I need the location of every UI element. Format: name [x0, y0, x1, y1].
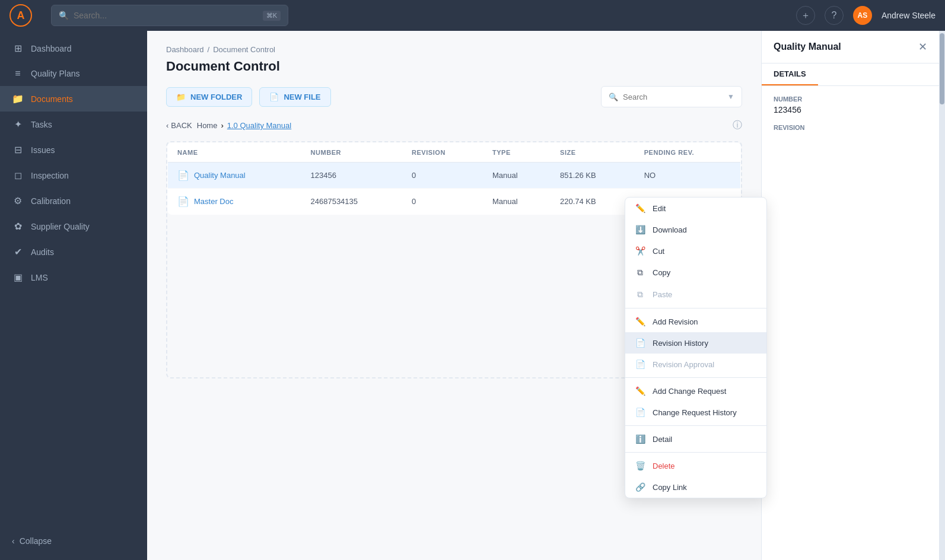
calibration-icon: ⚙: [12, 195, 24, 206]
tab-details[interactable]: DETAILS: [762, 63, 818, 85]
col-size: SIZE: [551, 143, 635, 163]
back-label: BACK: [171, 121, 192, 130]
quality-plans-icon: ≡: [12, 68, 24, 79]
ctx-label-change-request-history: Change Request History: [653, 408, 737, 417]
table-row[interactable]: 📄 Quality Manual 123456 0 Manual 851.26 …: [168, 163, 741, 189]
app-logo[interactable]: A: [9, 4, 32, 27]
table-header: NAME NUMBER REVISION TYPE SIZE PENDING R…: [168, 143, 741, 163]
issues-icon: ⊟: [12, 144, 24, 155]
cell-name: 📄 Master Doc: [168, 189, 301, 215]
sidebar-item-documents[interactable]: 📁 Documents: [0, 86, 147, 112]
collapse-button[interactable]: ‹ Collapse: [0, 527, 147, 555]
path-current[interactable]: 1.0 Quality Manual: [227, 121, 291, 130]
content-area: Dashboard / Document Control Document Co…: [147, 31, 945, 560]
search-dropdown-icon[interactable]: ▼: [727, 93, 734, 101]
cell-name: 📄 Quality Manual: [168, 163, 301, 189]
breadcrumb-separator: /: [208, 45, 210, 54]
sidebar-item-dashboard[interactable]: ⊞ Dashboard: [0, 36, 147, 61]
col-name: NAME: [168, 143, 301, 163]
add-change-request-icon: ✏️: [635, 386, 645, 396]
col-number: NUMBER: [301, 143, 402, 163]
context-menu: ✏️ Edit ⬇️ Download ✂️ Cut ⧉ Copy: [625, 197, 767, 498]
sidebar-item-calibration[interactable]: ⚙ Calibration: [0, 188, 147, 214]
lms-icon: ▣: [12, 272, 24, 283]
ctx-label-download: Download: [653, 225, 687, 234]
context-menu-revision-history[interactable]: 📄 Revision History: [625, 332, 766, 354]
download-icon: ⬇️: [635, 225, 645, 234]
col-pending-rev: PENDING REV.: [635, 143, 741, 163]
sidebar-item-supplier-quality[interactable]: ✿ Supplier Quality: [0, 214, 147, 239]
new-folder-label: NEW FOLDER: [190, 93, 242, 101]
edit-icon: ✏️: [635, 203, 645, 213]
sidebar-item-lms[interactable]: ▣ LMS: [0, 265, 147, 290]
search-shortcut: ⌘K: [263, 11, 281, 21]
context-menu-add-change-request[interactable]: ✏️ Add Change Request: [625, 380, 766, 402]
context-menu-detail[interactable]: ℹ️ Detail: [625, 428, 766, 450]
change-request-history-icon: 📄: [635, 408, 645, 417]
new-file-button[interactable]: 📄 NEW FILE: [259, 87, 330, 107]
sidebar-item-tasks[interactable]: ✦ Tasks: [0, 112, 147, 137]
scrollbar[interactable]: [939, 31, 945, 560]
cell-type: Manual: [483, 163, 551, 189]
tasks-icon: ✦: [12, 119, 24, 130]
new-file-icon: 📄: [269, 93, 279, 101]
cell-pending-rev: NO: [635, 163, 741, 189]
file-breadcrumb-path: Home › 1.0 Quality Manual: [197, 121, 291, 130]
main-layout: ⊞ Dashboard ≡ Quality Plans 📁 Documents …: [0, 31, 945, 560]
ctx-label-revision-history: Revision History: [653, 339, 708, 348]
add-revision-icon: ✏️: [635, 317, 645, 326]
new-file-label: NEW FILE: [284, 93, 320, 101]
breadcrumb-dashboard[interactable]: Dashboard: [166, 45, 204, 54]
ctx-label-edit: Edit: [653, 204, 666, 213]
context-menu-copy-link[interactable]: 🔗 Copy Link: [625, 476, 766, 498]
cell-revision: 0: [402, 163, 483, 189]
help-button[interactable]: ?: [825, 6, 844, 25]
cell-number: 123456: [301, 163, 402, 189]
info-button[interactable]: ⓘ: [733, 119, 742, 132]
avatar: AS: [853, 6, 872, 25]
context-menu-add-revision[interactable]: ✏️ Add Revision: [625, 311, 766, 332]
breadcrumb-current: Document Control: [213, 45, 275, 54]
dashboard-icon: ⊞: [12, 43, 24, 54]
ctx-label-copy: Copy: [653, 268, 670, 277]
right-panel: Quality Manual ✕ DETAILS Number 123456 R…: [761, 31, 939, 560]
file-search-input[interactable]: [623, 93, 723, 101]
context-menu-divider-3: [625, 425, 766, 426]
back-button[interactable]: ‹ BACK: [166, 121, 192, 130]
ctx-label-paste: Paste: [653, 290, 672, 299]
context-menu-change-request-history[interactable]: 📄 Change Request History: [625, 402, 766, 423]
col-revision: REVISION: [402, 143, 483, 163]
cell-number: 24687534135: [301, 189, 402, 215]
path-home[interactable]: Home: [197, 121, 218, 130]
detail-icon: ℹ️: [635, 434, 645, 444]
cell-size: 220.74 KB: [551, 189, 635, 215]
new-folder-button[interactable]: 📁 NEW FOLDER: [166, 87, 252, 107]
context-menu-divider-4: [625, 452, 766, 453]
file-search-bar[interactable]: 🔍 ▼: [601, 86, 742, 107]
context-menu-copy[interactable]: ⧉ Copy: [625, 262, 766, 284]
search-icon: 🔍: [609, 93, 618, 101]
file-name: Master Doc: [194, 197, 233, 206]
panel-content: Number 123456 Revision: [762, 86, 939, 560]
sidebar-item-issues[interactable]: ⊟ Issues: [0, 137, 147, 163]
back-icon: ‹: [166, 121, 168, 130]
search-input[interactable]: [74, 11, 258, 20]
context-menu-delete[interactable]: 🗑️ Delete: [625, 455, 766, 476]
context-menu-paste: ⧉ Paste: [625, 284, 766, 306]
sidebar-item-inspection[interactable]: ◻ Inspection: [0, 163, 147, 188]
sidebar-item-quality-plans[interactable]: ≡ Quality Plans: [0, 61, 147, 86]
detail-number-field: Number 123456: [774, 96, 927, 114]
context-menu-cut[interactable]: ✂️ Cut: [625, 240, 766, 262]
detail-number-value: 123456: [774, 105, 927, 114]
breadcrumb: Dashboard / Document Control: [166, 45, 742, 54]
sidebar-item-audits[interactable]: ✔ Audits: [0, 239, 147, 265]
global-search-bar[interactable]: 🔍 ⌘K: [51, 5, 288, 26]
close-panel-button[interactable]: ✕: [918, 40, 927, 53]
context-menu-download[interactable]: ⬇️ Download: [625, 219, 766, 240]
context-menu-edit[interactable]: ✏️ Edit: [625, 198, 766, 219]
paste-icon: ⧉: [635, 289, 645, 300]
user-name: Andrew Steele: [882, 11, 936, 20]
add-button[interactable]: ＋: [796, 6, 815, 25]
copy-link-icon: 🔗: [635, 482, 645, 492]
scroll-thumb[interactable]: [940, 33, 944, 104]
